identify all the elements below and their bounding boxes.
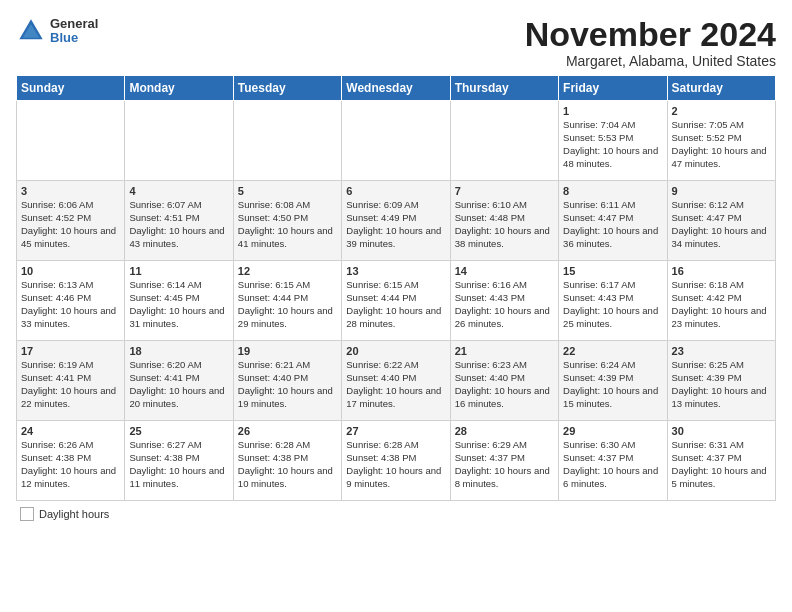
day-info: Sunrise: 6:17 AM Sunset: 4:43 PM Dayligh…: [563, 279, 658, 328]
calendar-cell: [17, 101, 125, 181]
day-number: 27: [346, 425, 445, 437]
day-info: Sunrise: 6:18 AM Sunset: 4:42 PM Dayligh…: [672, 279, 767, 328]
calendar-row: 3Sunrise: 6:06 AM Sunset: 4:52 PM Daylig…: [17, 181, 776, 261]
calendar-cell: 2Sunrise: 7:05 AM Sunset: 5:52 PM Daylig…: [667, 101, 775, 181]
page-container: General Blue November 2024 Margaret, Ala…: [0, 0, 792, 531]
day-info: Sunrise: 6:13 AM Sunset: 4:46 PM Dayligh…: [21, 279, 116, 328]
calendar-header-cell: Tuesday: [233, 76, 341, 101]
day-info: Sunrise: 6:16 AM Sunset: 4:43 PM Dayligh…: [455, 279, 550, 328]
day-info: Sunrise: 6:21 AM Sunset: 4:40 PM Dayligh…: [238, 359, 333, 408]
calendar-row: 24Sunrise: 6:26 AM Sunset: 4:38 PM Dayli…: [17, 421, 776, 501]
day-number: 5: [238, 185, 337, 197]
day-info: Sunrise: 6:10 AM Sunset: 4:48 PM Dayligh…: [455, 199, 550, 248]
legend-item-daylight: Daylight hours: [20, 507, 109, 521]
day-number: 26: [238, 425, 337, 437]
calendar-cell: 5Sunrise: 6:08 AM Sunset: 4:50 PM Daylig…: [233, 181, 341, 261]
day-number: 29: [563, 425, 662, 437]
calendar-row: 1Sunrise: 7:04 AM Sunset: 5:53 PM Daylig…: [17, 101, 776, 181]
day-number: 9: [672, 185, 771, 197]
calendar-cell: [233, 101, 341, 181]
calendar-cell: 23Sunrise: 6:25 AM Sunset: 4:39 PM Dayli…: [667, 341, 775, 421]
calendar-cell: [450, 101, 558, 181]
calendar-cell: 6Sunrise: 6:09 AM Sunset: 4:49 PM Daylig…: [342, 181, 450, 261]
calendar-cell: 8Sunrise: 6:11 AM Sunset: 4:47 PM Daylig…: [559, 181, 667, 261]
day-number: 22: [563, 345, 662, 357]
calendar-row: 17Sunrise: 6:19 AM Sunset: 4:41 PM Dayli…: [17, 341, 776, 421]
day-number: 14: [455, 265, 554, 277]
day-number: 16: [672, 265, 771, 277]
day-info: Sunrise: 6:23 AM Sunset: 4:40 PM Dayligh…: [455, 359, 550, 408]
day-info: Sunrise: 6:29 AM Sunset: 4:37 PM Dayligh…: [455, 439, 550, 488]
day-info: Sunrise: 6:24 AM Sunset: 4:39 PM Dayligh…: [563, 359, 658, 408]
logo-icon: [16, 16, 46, 46]
calendar-cell: 1Sunrise: 7:04 AM Sunset: 5:53 PM Daylig…: [559, 101, 667, 181]
calendar-cell: 15Sunrise: 6:17 AM Sunset: 4:43 PM Dayli…: [559, 261, 667, 341]
calendar-cell: 20Sunrise: 6:22 AM Sunset: 4:40 PM Dayli…: [342, 341, 450, 421]
calendar-cell: 25Sunrise: 6:27 AM Sunset: 4:38 PM Dayli…: [125, 421, 233, 501]
day-info: Sunrise: 6:06 AM Sunset: 4:52 PM Dayligh…: [21, 199, 116, 248]
calendar-header-cell: Monday: [125, 76, 233, 101]
day-info: Sunrise: 6:19 AM Sunset: 4:41 PM Dayligh…: [21, 359, 116, 408]
day-number: 17: [21, 345, 120, 357]
day-info: Sunrise: 6:26 AM Sunset: 4:38 PM Dayligh…: [21, 439, 116, 488]
calendar-cell: 19Sunrise: 6:21 AM Sunset: 4:40 PM Dayli…: [233, 341, 341, 421]
day-number: 7: [455, 185, 554, 197]
calendar-cell: 21Sunrise: 6:23 AM Sunset: 4:40 PM Dayli…: [450, 341, 558, 421]
calendar-header-cell: Thursday: [450, 76, 558, 101]
calendar-header-cell: Friday: [559, 76, 667, 101]
day-info: Sunrise: 6:07 AM Sunset: 4:51 PM Dayligh…: [129, 199, 224, 248]
day-number: 30: [672, 425, 771, 437]
calendar-cell: 7Sunrise: 6:10 AM Sunset: 4:48 PM Daylig…: [450, 181, 558, 261]
day-info: Sunrise: 6:28 AM Sunset: 4:38 PM Dayligh…: [238, 439, 333, 488]
logo-general-text: General: [50, 17, 98, 31]
day-number: 18: [129, 345, 228, 357]
day-number: 4: [129, 185, 228, 197]
day-info: Sunrise: 6:12 AM Sunset: 4:47 PM Dayligh…: [672, 199, 767, 248]
day-number: 15: [563, 265, 662, 277]
day-info: Sunrise: 6:15 AM Sunset: 4:44 PM Dayligh…: [238, 279, 333, 328]
legend-daylight-label: Daylight hours: [39, 508, 109, 520]
day-info: Sunrise: 6:11 AM Sunset: 4:47 PM Dayligh…: [563, 199, 658, 248]
calendar-cell: 10Sunrise: 6:13 AM Sunset: 4:46 PM Dayli…: [17, 261, 125, 341]
day-info: Sunrise: 6:27 AM Sunset: 4:38 PM Dayligh…: [129, 439, 224, 488]
day-info: Sunrise: 6:31 AM Sunset: 4:37 PM Dayligh…: [672, 439, 767, 488]
day-info: Sunrise: 6:08 AM Sunset: 4:50 PM Dayligh…: [238, 199, 333, 248]
day-info: Sunrise: 6:14 AM Sunset: 4:45 PM Dayligh…: [129, 279, 224, 328]
calendar-cell: 4Sunrise: 6:07 AM Sunset: 4:51 PM Daylig…: [125, 181, 233, 261]
calendar-cell: 12Sunrise: 6:15 AM Sunset: 4:44 PM Dayli…: [233, 261, 341, 341]
day-info: Sunrise: 6:30 AM Sunset: 4:37 PM Dayligh…: [563, 439, 658, 488]
logo-blue-text: Blue: [50, 31, 98, 45]
legend-row: Daylight hours: [16, 507, 776, 521]
calendar-header-cell: Sunday: [17, 76, 125, 101]
main-title: November 2024: [525, 16, 776, 53]
calendar-table: SundayMondayTuesdayWednesdayThursdayFrid…: [16, 75, 776, 501]
title-block: November 2024 Margaret, Alabama, United …: [525, 16, 776, 69]
calendar-cell: [125, 101, 233, 181]
day-number: 24: [21, 425, 120, 437]
day-number: 25: [129, 425, 228, 437]
calendar-cell: 22Sunrise: 6:24 AM Sunset: 4:39 PM Dayli…: [559, 341, 667, 421]
calendar-cell: [342, 101, 450, 181]
calendar-header: SundayMondayTuesdayWednesdayThursdayFrid…: [17, 76, 776, 101]
day-number: 2: [672, 105, 771, 117]
calendar-cell: 14Sunrise: 6:16 AM Sunset: 4:43 PM Dayli…: [450, 261, 558, 341]
calendar-cell: 24Sunrise: 6:26 AM Sunset: 4:38 PM Dayli…: [17, 421, 125, 501]
day-number: 10: [21, 265, 120, 277]
day-number: 19: [238, 345, 337, 357]
day-number: 12: [238, 265, 337, 277]
calendar-cell: 13Sunrise: 6:15 AM Sunset: 4:44 PM Dayli…: [342, 261, 450, 341]
day-info: Sunrise: 7:04 AM Sunset: 5:53 PM Dayligh…: [563, 119, 658, 168]
calendar-cell: 11Sunrise: 6:14 AM Sunset: 4:45 PM Dayli…: [125, 261, 233, 341]
day-number: 3: [21, 185, 120, 197]
legend-box-white: [20, 507, 34, 521]
day-info: Sunrise: 6:15 AM Sunset: 4:44 PM Dayligh…: [346, 279, 441, 328]
day-number: 28: [455, 425, 554, 437]
calendar-cell: 18Sunrise: 6:20 AM Sunset: 4:41 PM Dayli…: [125, 341, 233, 421]
calendar-cell: 3Sunrise: 6:06 AM Sunset: 4:52 PM Daylig…: [17, 181, 125, 261]
day-info: Sunrise: 6:09 AM Sunset: 4:49 PM Dayligh…: [346, 199, 441, 248]
day-number: 6: [346, 185, 445, 197]
day-number: 8: [563, 185, 662, 197]
calendar-cell: 26Sunrise: 6:28 AM Sunset: 4:38 PM Dayli…: [233, 421, 341, 501]
calendar-header-cell: Saturday: [667, 76, 775, 101]
day-info: Sunrise: 6:25 AM Sunset: 4:39 PM Dayligh…: [672, 359, 767, 408]
